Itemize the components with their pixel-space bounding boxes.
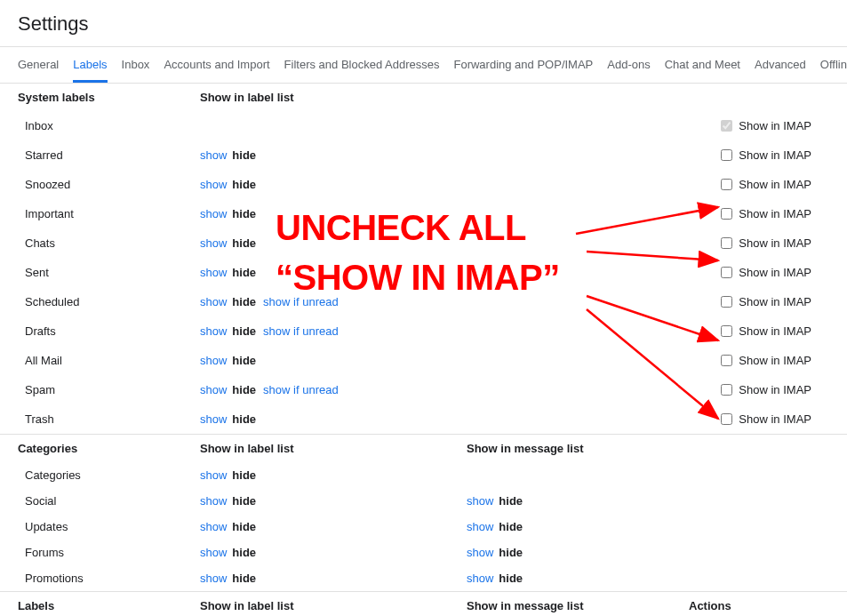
label-name: Spam [25,383,200,396]
show-link[interactable]: show [200,494,227,508]
show-link[interactable]: show [200,178,227,191]
category-row: Promotionsshowhideshowhide [0,565,847,591]
label-list-cell: showhide [200,236,467,250]
show-link[interactable]: show [200,572,227,585]
system-label-row: Scheduledshowhideshow if unreadShow in I… [0,287,847,316]
hide-link[interactable]: hide [232,324,256,338]
message-list-cell: showhide [467,572,689,585]
tab-labels[interactable]: Labels [73,47,107,83]
system-label-row: ChatsshowhideShow in IMAP [0,228,847,258]
settings-tabs: GeneralLabelsInboxAccounts and ImportFil… [0,46,847,83]
message-list-cell: showhide [467,520,689,533]
show-in-imap-checkbox[interactable] [721,267,732,278]
hide-link[interactable]: hide [232,148,256,162]
show-in-imap-label: Show in IMAP [739,178,811,191]
imap-cell: Show in IMAP [717,411,847,428]
system-label-row: TrashshowhideShow in IMAP [0,404,847,434]
tab-inbox[interactable]: Inbox [122,47,150,83]
tab-accounts-and-import[interactable]: Accounts and Import [164,47,269,83]
tab-filters-and-blocked-addresses[interactable]: Filters and Blocked Addresses [284,47,440,83]
hide-link[interactable]: hide [232,383,256,396]
label-name: Important [25,207,200,220]
hide-link[interactable]: hide [499,494,523,508]
show-if-unread-link[interactable]: show if unread [263,383,339,396]
system-label-row: SentshowhideShow in IMAP [0,258,847,287]
label-name: Scheduled [25,295,200,308]
tab-forwarding-and-pop-imap[interactable]: Forwarding and POP/IMAP [453,47,593,83]
hide-link[interactable]: hide [232,412,256,426]
tab-general[interactable]: General [18,47,59,83]
show-link[interactable]: show [200,383,227,396]
show-in-imap-label: Show in IMAP [739,383,811,396]
hide-link[interactable]: hide [232,354,256,367]
show-link[interactable]: show [467,546,493,559]
imap-cell: Show in IMAP [717,147,847,164]
system-label-row: ImportantshowhideShow in IMAP [0,199,847,228]
show-in-imap-checkbox[interactable] [721,325,732,337]
show-link[interactable]: show [200,148,227,162]
show-link[interactable]: show [200,520,227,533]
show-in-imap-checkbox[interactable] [721,237,732,249]
system-label-row: SnoozedshowhideShow in IMAP [0,170,847,199]
show-link[interactable]: show [200,468,227,482]
imap-cell: Show in IMAP [717,205,847,222]
show-if-unread-link[interactable]: show if unread [263,295,339,308]
hide-link[interactable]: hide [232,572,256,585]
message-list-cell: showhide [467,494,689,508]
show-link[interactable]: show [467,572,493,585]
label-list-cell: showhide [200,207,467,220]
system-label-row: Draftsshowhideshow if unreadShow in IMAP [0,316,847,346]
hide-link[interactable]: hide [232,546,256,559]
hide-link[interactable]: hide [499,546,523,559]
show-in-imap-label: Show in IMAP [739,412,811,426]
show-link[interactable]: show [467,520,493,533]
label-list-cell: showhide [200,354,467,367]
header-system-labels: System labels [18,91,200,104]
show-link[interactable]: show [467,494,493,508]
header-show-in-label-list: Show in label list [200,91,467,104]
show-in-imap-checkbox[interactable] [721,413,732,425]
hide-link[interactable]: hide [499,572,523,585]
hide-link[interactable]: hide [232,207,256,220]
categories-header: Categories Show in label list Show in me… [0,434,847,462]
hide-link[interactable]: hide [232,236,256,250]
show-if-unread-link[interactable]: show if unread [263,324,339,338]
show-in-imap-label: Show in IMAP [739,119,811,132]
header-show-in-message-list-2: Show in message list [467,599,689,612]
header-show-in-label-list-2: Show in label list [200,442,467,455]
hide-link[interactable]: hide [232,494,256,508]
system-labels-header: System labels Show in label list [0,83,847,111]
show-link[interactable]: show [200,354,227,367]
category-name: Social [25,494,200,508]
tab-add-ons[interactable]: Add-ons [607,47,650,83]
show-in-imap-label: Show in IMAP [739,295,811,308]
show-in-imap-checkbox[interactable] [721,208,732,220]
label-list-cell: showhide [200,412,467,426]
show-link[interactable]: show [200,207,227,220]
show-in-imap-checkbox[interactable] [721,384,732,396]
show-link[interactable]: show [200,266,227,279]
tab-chat-and-meet[interactable]: Chat and Meet [665,47,740,83]
header-show-in-message-list: Show in message list [467,442,689,455]
imap-cell: Show in IMAP [717,352,847,369]
tab-advanced[interactable]: Advanced [755,47,806,83]
hide-link[interactable]: hide [232,468,256,482]
show-in-imap-checkbox[interactable] [721,355,732,366]
show-link[interactable]: show [200,324,227,338]
hide-link[interactable]: hide [232,266,256,279]
show-link[interactable]: show [200,412,227,426]
hide-link[interactable]: hide [499,520,523,533]
show-link[interactable]: show [200,295,227,308]
tab-offline[interactable]: Offline [820,47,847,83]
page-title: Settings [0,0,847,46]
label-name: All Mail [25,354,200,367]
imap-cell: Show in IMAP [717,117,847,134]
hide-link[interactable]: hide [232,295,256,308]
show-in-imap-checkbox[interactable] [721,179,732,190]
show-link[interactable]: show [200,236,227,250]
show-link[interactable]: show [200,546,227,559]
show-in-imap-checkbox[interactable] [721,296,732,308]
show-in-imap-checkbox[interactable] [721,149,732,161]
hide-link[interactable]: hide [232,178,256,191]
hide-link[interactable]: hide [232,520,256,533]
